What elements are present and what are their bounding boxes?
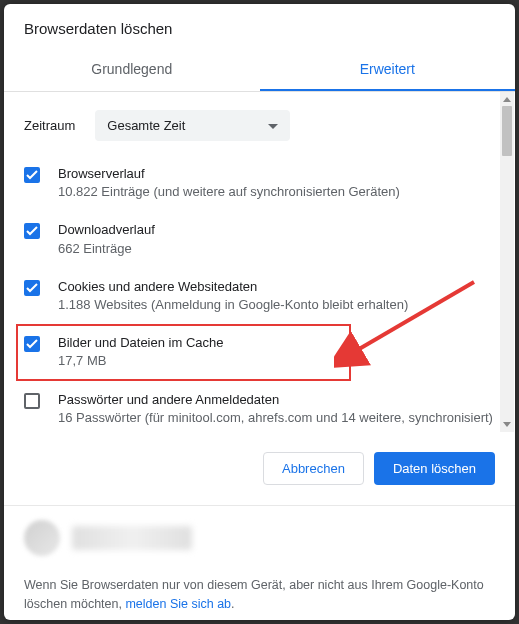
avatar [24, 520, 60, 556]
scrollbar[interactable] [500, 92, 514, 432]
footer-note: Wenn Sie Browserdaten nur von diesem Ger… [4, 566, 515, 624]
cancel-button[interactable]: Abbrechen [263, 452, 364, 485]
item-cookies: Cookies und andere Websitedaten 1.188 We… [24, 268, 495, 324]
account-row [4, 506, 515, 566]
scroll-down-icon[interactable] [500, 418, 514, 432]
tab-basic[interactable]: Grundlegend [4, 49, 260, 91]
item-title: Bilder und Dateien im Cache [58, 334, 343, 352]
checkbox-download-history[interactable] [24, 223, 40, 239]
item-title: Passwörter und andere Anmeldedaten [58, 391, 495, 409]
time-range-row: Zeitraum Gesamte Zeit [24, 92, 495, 155]
clear-browsing-data-dialog: Browserdaten löschen Grundlegend Erweite… [4, 4, 515, 620]
scrollbar-thumb[interactable] [502, 106, 512, 156]
checkbox-passwords[interactable] [24, 393, 40, 409]
dialog-buttons: Abbrechen Daten löschen [4, 432, 515, 506]
item-sub: 1.188 Websites (Anmeldung in Google-Kont… [58, 296, 495, 314]
item-title: Browserverlauf [58, 165, 495, 183]
time-range-select[interactable]: Gesamte Zeit [95, 110, 290, 141]
caret-down-icon [268, 118, 278, 133]
account-label-blurred [72, 526, 192, 550]
checkbox-cookies[interactable] [24, 280, 40, 296]
item-sub: 17,7 MB [58, 352, 343, 370]
item-sub: 662 Einträge [58, 240, 495, 258]
checkbox-cached-images[interactable] [24, 336, 40, 352]
item-cached-images: Bilder und Dateien im Cache 17,7 MB [16, 324, 351, 380]
scroll-up-icon[interactable] [500, 92, 514, 106]
time-range-label: Zeitraum [24, 118, 75, 133]
item-sub: 10.822 Einträge (und weitere auf synchro… [58, 183, 495, 201]
options-scroll-area: Zeitraum Gesamte Zeit Browserverlauf 10.… [4, 92, 515, 432]
footer-text-before: Wenn Sie Browserdaten nur von diesem Ger… [24, 578, 484, 611]
footer-text-after: . [231, 597, 234, 611]
checkbox-browsing-history[interactable] [24, 167, 40, 183]
item-browsing-history: Browserverlauf 10.822 Einträge (und weit… [24, 155, 495, 211]
item-sub: 16 Passwörter (für minitool.com, ahrefs.… [58, 409, 495, 427]
sign-out-link[interactable]: melden Sie sich ab [125, 597, 231, 611]
tab-advanced[interactable]: Erweitert [260, 49, 516, 91]
time-range-value: Gesamte Zeit [107, 118, 185, 133]
dialog-title: Browserdaten löschen [4, 4, 515, 49]
tab-bar: Grundlegend Erweitert [4, 49, 515, 92]
item-title: Downloadverlauf [58, 221, 495, 239]
item-passwords: Passwörter und andere Anmeldedaten 16 Pa… [24, 381, 495, 433]
item-title: Cookies und andere Websitedaten [58, 278, 495, 296]
confirm-button[interactable]: Daten löschen [374, 452, 495, 485]
item-download-history: Downloadverlauf 662 Einträge [24, 211, 495, 267]
